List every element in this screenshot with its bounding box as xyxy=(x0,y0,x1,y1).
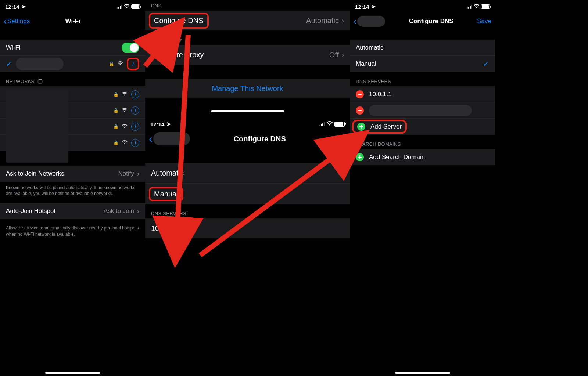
nav-title: Configure DNS xyxy=(385,18,477,25)
ask-to-join-value: Notify xyxy=(118,170,134,177)
wifi-status-icon xyxy=(326,121,333,127)
wifi-signal-icon xyxy=(122,140,128,146)
dns-server-value: 10.0.1.1 xyxy=(151,224,178,233)
network-info-button[interactable]: i xyxy=(131,123,139,131)
cellular-icon xyxy=(319,122,325,126)
status-bar: 12:14➤ xyxy=(0,0,145,13)
wifi-status-icon xyxy=(474,4,480,10)
lock-icon: 🔒 xyxy=(113,92,119,97)
chevron-right-icon: › xyxy=(342,17,344,25)
check-icon: ✓ xyxy=(483,59,489,68)
ask-to-join-footer: Known networks will be joined automatica… xyxy=(0,182,145,203)
connected-network-row[interactable]: ✓ 🔒 i xyxy=(0,56,145,72)
chevron-right-icon: › xyxy=(137,207,139,215)
status-bar: 12:14➤ xyxy=(350,0,495,13)
save-button[interactable]: Save xyxy=(477,18,491,25)
hotspot-footer: Allow this device to automatically disco… xyxy=(0,222,145,243)
add-domain-label: Add Search Domain xyxy=(369,153,425,161)
network-name-redacted xyxy=(16,58,64,70)
dns-header: DNS xyxy=(145,0,350,11)
wifi-signal-icon xyxy=(117,61,123,67)
dns-mode-manual[interactable]: Manual xyxy=(145,184,350,204)
dns-server-row: 10.0.1.1 xyxy=(145,218,350,238)
auto-join-hotspot-row[interactable]: Auto-Join Hotspot Ask to Join › xyxy=(0,203,145,219)
chevron-left-icon: ‹ xyxy=(4,16,7,26)
wifi-toggle[interactable] xyxy=(122,43,139,53)
ask-to-join-row[interactable]: Ask to Join Networks Notify › xyxy=(0,166,145,182)
lock-icon: 🔒 xyxy=(109,61,114,66)
hotspot-label: Auto-Join Hotspot xyxy=(6,207,104,215)
configure-dns-row[interactable]: Configure DNS Automatic › xyxy=(145,11,350,30)
back-label-redacted xyxy=(357,16,385,27)
configure-proxy-row[interactable]: Configure Proxy Off › xyxy=(145,45,350,65)
add-icon xyxy=(357,123,365,131)
network-info-button[interactable]: i xyxy=(131,139,139,147)
battery-icon xyxy=(334,122,345,127)
location-icon: ➤ xyxy=(166,121,171,127)
network-info-button[interactable]: i xyxy=(131,90,139,98)
nav-bar: ‹ Settings Wi-Fi xyxy=(0,13,145,29)
back-label-redacted xyxy=(153,132,190,145)
dns-server-row[interactable] xyxy=(350,102,495,119)
http-proxy-header: HTTP PROXY xyxy=(145,30,350,45)
manage-network-row[interactable]: Manage This Network xyxy=(145,79,350,98)
wifi-toggle-label: Wi-Fi xyxy=(6,44,122,51)
automatic-label: Automatic xyxy=(151,169,337,177)
wifi-signal-icon xyxy=(122,91,128,97)
configure-dns-label: Configure DNS xyxy=(154,17,204,25)
back-button[interactable]: ‹ xyxy=(354,16,385,27)
networks-header: NETWORKS xyxy=(0,72,145,86)
cellular-icon xyxy=(117,5,122,9)
lock-icon: 🔒 xyxy=(113,140,119,145)
nav-title: Wi-Fi xyxy=(30,18,116,25)
configure-proxy-value: Off xyxy=(329,51,339,59)
check-icon: ✓ xyxy=(337,169,344,178)
chevron-right-icon: › xyxy=(342,51,344,59)
dns-server-value: 10.0.1.1 xyxy=(369,91,391,98)
wifi-signal-icon xyxy=(122,108,128,113)
back-button[interactable]: ‹ xyxy=(149,132,190,145)
back-button[interactable]: ‹ Settings xyxy=(4,16,30,26)
home-indicator xyxy=(45,372,100,374)
add-search-domain-row[interactable]: Add Search Domain xyxy=(350,149,495,165)
back-label: Settings xyxy=(7,18,30,25)
wifi-toggle-row[interactable]: Wi-Fi xyxy=(0,40,145,56)
chevron-left-icon: ‹ xyxy=(149,133,153,145)
chevron-right-icon: › xyxy=(137,170,139,178)
check-icon: ✓ xyxy=(6,59,12,68)
tutorial-composite: 12:14➤ ‹ Settings Wi-Fi Wi-Fi xyxy=(0,0,588,376)
hotspot-value: Ask to Join xyxy=(104,207,134,215)
status-bar: 12:14➤ xyxy=(145,116,350,129)
add-server-label: Add Server xyxy=(370,123,402,130)
dns-server-row[interactable]: 10.0.1.1 xyxy=(350,86,495,102)
location-icon: ➤ xyxy=(371,3,376,10)
screen-configure-dns-initial: 12:14➤ ‹ Configure DNS Save Automatic xyxy=(145,116,350,376)
ask-to-join-label: Ask to Join Networks xyxy=(6,170,118,177)
dns-servers-header: DNS SERVERS xyxy=(145,204,350,218)
home-indicator xyxy=(211,110,284,112)
dns-mode-manual[interactable]: Manual ✓ xyxy=(350,56,495,72)
wifi-status-icon xyxy=(124,4,130,10)
nav-title: Configure DNS xyxy=(190,135,329,143)
add-server-row[interactable]: Add Server xyxy=(350,119,495,135)
network-info-button[interactable]: i xyxy=(127,58,139,70)
nav-bar: ‹ Configure DNS Save xyxy=(350,13,495,29)
dns-server-redacted xyxy=(369,105,472,116)
lock-icon: 🔒 xyxy=(113,124,119,129)
dns-mode-automatic[interactable]: Automatic ✓ xyxy=(145,163,350,184)
configure-proxy-label: Configure Proxy xyxy=(151,51,329,59)
location-icon: ➤ xyxy=(21,3,26,10)
remove-button[interactable] xyxy=(356,90,364,98)
screen-configure-dns-manual: 12:14➤ ‹ Configure DNS Save Automatic Ma… xyxy=(350,0,495,376)
battery-icon xyxy=(131,4,140,9)
remove-button[interactable] xyxy=(356,106,364,115)
save-button[interactable]: Save xyxy=(329,135,346,143)
manual-label: Manual xyxy=(154,190,178,198)
battery-icon xyxy=(481,4,490,9)
configure-dns-value: Automatic xyxy=(306,17,339,25)
add-icon xyxy=(356,153,364,161)
dns-mode-automatic[interactable]: Automatic xyxy=(350,40,495,56)
networks-redacted-block xyxy=(6,89,68,163)
status-time: 12:14 xyxy=(355,4,369,10)
network-info-button[interactable]: i xyxy=(131,106,139,115)
